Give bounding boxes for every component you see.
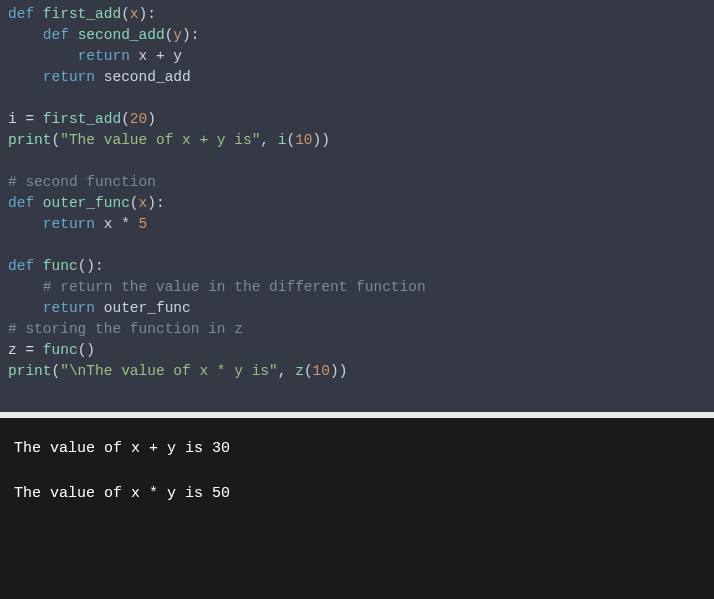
indent (8, 69, 43, 85)
indent (8, 300, 43, 316)
code-line: return second_add (8, 69, 191, 85)
string-literal: "\nThe value of x * y is" (60, 363, 278, 379)
code-line: return outer_func (8, 300, 191, 316)
parameter: y (173, 27, 182, 43)
code-line: print("\nThe value of x * y is", z(10)) (8, 363, 347, 379)
code-line: z = func() (8, 342, 95, 358)
output-line: The value of x + y is 30 (14, 440, 230, 457)
number-literal: 10 (313, 363, 330, 379)
indent (8, 279, 43, 295)
print-call: print (8, 132, 52, 148)
comment: # storing the function in z (8, 321, 243, 337)
paren-open: ( (121, 6, 130, 22)
paren-open: ( (286, 132, 295, 148)
code-line: def outer_func(x): (8, 195, 165, 211)
output-console: The value of x + y is 30 The value of x … (0, 418, 714, 526)
paren-open: ( (121, 111, 130, 127)
keyword-def: def (8, 195, 34, 211)
code-line: return x + y (8, 48, 182, 64)
operator-plus: + (156, 48, 165, 64)
keyword-return: return (78, 48, 130, 64)
identifier: z (8, 342, 17, 358)
operator-multiply: * (121, 216, 130, 232)
identifier: y (173, 48, 182, 64)
identifier: x (104, 216, 113, 232)
parens: (): (78, 258, 104, 274)
paren-close: ) (147, 111, 156, 127)
comment: # return the value in the different func… (43, 279, 426, 295)
paren-open: ( (304, 363, 313, 379)
code-line: return x * 5 (8, 216, 147, 232)
indent (8, 27, 43, 43)
function-name: func (43, 258, 78, 274)
code-line: def first_add(x): (8, 6, 156, 22)
function-call: first_add (43, 111, 121, 127)
number-literal: 20 (130, 111, 147, 127)
output-line: The value of x * y is 50 (14, 485, 230, 502)
operator-equals: = (25, 111, 34, 127)
paren-close: )) (330, 363, 347, 379)
number-literal: 5 (139, 216, 148, 232)
keyword-def: def (8, 6, 34, 22)
string-literal: "The value of x + y is" (60, 132, 260, 148)
parens: () (78, 342, 95, 358)
comma: , (278, 363, 287, 379)
code-line: def second_add(y): (8, 27, 199, 43)
keyword-def: def (8, 258, 34, 274)
code-line: # storing the function in z (8, 321, 243, 337)
identifier: outer_func (104, 300, 191, 316)
paren-open: ( (130, 195, 139, 211)
code-line: print("The value of x + y is", i(10)) (8, 132, 330, 148)
comment: # second function (8, 174, 156, 190)
keyword-return: return (43, 216, 95, 232)
paren-open: ( (52, 132, 61, 148)
paren-close: )) (313, 132, 330, 148)
print-call: print (8, 363, 52, 379)
code-line: def func(): (8, 258, 104, 274)
paren-close: ): (139, 6, 156, 22)
parameter: x (139, 195, 148, 211)
number-literal: 10 (295, 132, 312, 148)
code-line: i = first_add(20) (8, 111, 156, 127)
comma: , (260, 132, 269, 148)
keyword-return: return (43, 300, 95, 316)
function-name: first_add (43, 6, 121, 22)
function-call: z (295, 363, 304, 379)
paren-close: ): (182, 27, 199, 43)
identifier: second_add (104, 69, 191, 85)
code-editor[interactable]: def first_add(x): def second_add(y): ret… (0, 0, 714, 412)
paren-close: ): (147, 195, 164, 211)
keyword-return: return (43, 69, 95, 85)
function-name: outer_func (43, 195, 130, 211)
identifier: x (139, 48, 148, 64)
code-line: # second function (8, 174, 156, 190)
function-name: second_add (78, 27, 165, 43)
keyword-def: def (43, 27, 69, 43)
function-call: func (43, 342, 78, 358)
indent (8, 216, 43, 232)
operator-equals: = (25, 342, 34, 358)
indent (8, 48, 78, 64)
parameter: x (130, 6, 139, 22)
code-line: # return the value in the different func… (8, 279, 426, 295)
identifier: i (8, 111, 17, 127)
paren-open: ( (52, 363, 61, 379)
